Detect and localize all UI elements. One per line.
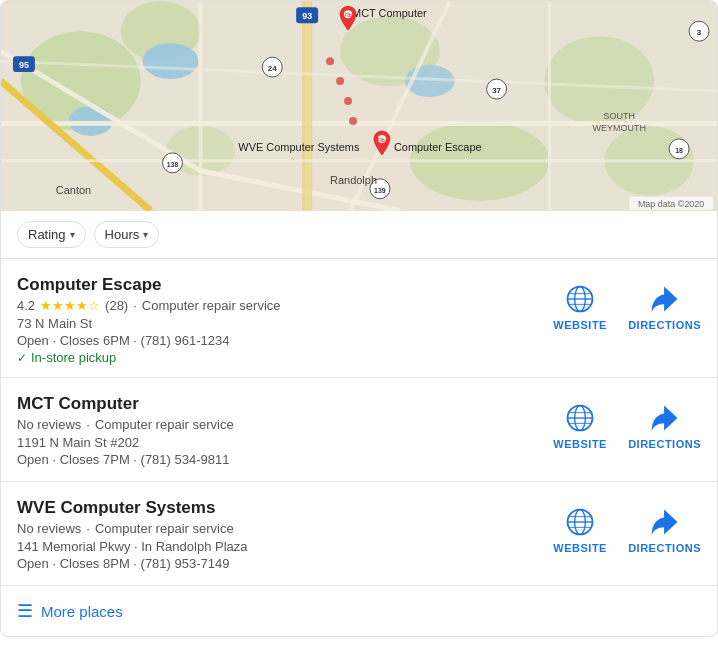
svg-text:37: 37 (492, 86, 501, 95)
listing-badge-label-0: In-store pickup (31, 350, 116, 365)
svg-point-8 (143, 43, 199, 79)
hours-filter-button[interactable]: Hours ▾ (94, 221, 160, 248)
listing-name-1: MCT Computer (17, 394, 548, 414)
listing-name-0: Computer Escape (17, 275, 548, 295)
svg-rect-16 (302, 1, 312, 210)
website-button-2[interactable]: WEBSITE (548, 506, 612, 554)
listing-rating-row-1: No reviews · Computer repair service (17, 417, 548, 432)
rating-filter-label: Rating (28, 227, 66, 242)
listing-address-2: 141 Memorial Pkwy · In Randolph Plaza (17, 539, 548, 554)
more-places-section[interactable]: ☰ More places (1, 586, 717, 636)
svg-text:3: 3 (697, 28, 702, 37)
svg-text:139: 139 (374, 187, 386, 194)
listing-hours-0: Open · Closes 6PM · (781) 961-1234 (17, 333, 548, 348)
website-label-1: WEBSITE (553, 438, 607, 450)
listing-actions-0: WEBSITE DIRECTIONS (548, 275, 701, 331)
svg-text:24: 24 (268, 64, 277, 73)
svg-text:Map data ©2020: Map data ©2020 (638, 199, 704, 209)
website-button-0[interactable]: WEBSITE (548, 283, 612, 331)
svg-text:138: 138 (167, 161, 179, 168)
website-label-2: WEBSITE (553, 542, 607, 554)
listing-badge-0: ✓ In-store pickup (17, 350, 548, 365)
listing-hours-1: Open · Closes 7PM · (781) 534-9811 (17, 452, 548, 467)
listing-stars-0: ★★★★☆ (40, 298, 100, 313)
svg-text:Computer Escape: Computer Escape (394, 141, 482, 153)
listing-item-0: Computer Escape 4.2 ★★★★☆ (28) · Compute… (1, 259, 717, 378)
svg-text:🛍: 🛍 (345, 11, 352, 18)
svg-text:18: 18 (675, 147, 683, 154)
directions-button-1[interactable]: DIRECTIONS (628, 402, 701, 450)
svg-text:WEYMOUTH: WEYMOUTH (593, 123, 646, 133)
listing-separator-2: · (86, 521, 90, 536)
svg-text:WVE Computer Systems: WVE Computer Systems (238, 141, 360, 153)
listing-review-count-0: (28) (105, 298, 128, 313)
list-icon: ☰ (17, 600, 33, 622)
svg-text:🛍: 🛍 (378, 136, 385, 143)
svg-text:MCT Computer: MCT Computer (352, 7, 427, 19)
website-button-1[interactable]: WEBSITE (548, 402, 612, 450)
directions-button-2[interactable]: DIRECTIONS (628, 506, 701, 554)
listing-info-1: MCT Computer No reviews · Computer repai… (17, 394, 548, 469)
main-container: 95 93 24 37 138 139 18 3 Canton R (0, 0, 718, 637)
svg-text:Randolph: Randolph (330, 174, 377, 186)
svg-point-46 (336, 77, 344, 85)
checkmark-icon-0: ✓ (17, 351, 27, 365)
svg-point-47 (344, 97, 352, 105)
listing-address-1: 1191 N Main St #202 (17, 435, 548, 450)
listing-rating-row-2: No reviews · Computer repair service (17, 521, 548, 536)
listing-no-reviews-1: No reviews (17, 417, 81, 432)
listing-address-0: 73 N Main St (17, 316, 548, 331)
listing-category-0: Computer repair service (142, 298, 281, 313)
directions-label-2: DIRECTIONS (628, 542, 701, 554)
listing-category-1: Computer repair service (95, 417, 234, 432)
hours-chevron-icon: ▾ (143, 229, 148, 240)
listing-rating-0: 4.2 (17, 298, 35, 313)
listing-category-2: Computer repair service (95, 521, 234, 536)
svg-point-48 (349, 117, 357, 125)
listing-info-0: Computer Escape 4.2 ★★★★☆ (28) · Compute… (17, 275, 548, 365)
svg-text:95: 95 (19, 60, 29, 70)
listing-no-reviews-2: No reviews (17, 521, 81, 536)
directions-button-0[interactable]: DIRECTIONS (628, 283, 701, 331)
filters-bar: Rating ▾ Hours ▾ (1, 211, 717, 259)
listing-hours-2: Open · Closes 8PM · (781) 953-7149 (17, 556, 548, 571)
svg-text:93: 93 (302, 11, 312, 21)
listing-info-2: WVE Computer Systems No reviews · Comput… (17, 498, 548, 573)
hours-filter-label: Hours (105, 227, 140, 242)
more-places-label: More places (41, 603, 123, 620)
listing-name-2: WVE Computer Systems (17, 498, 548, 518)
directions-label-1: DIRECTIONS (628, 438, 701, 450)
listing-item-2: WVE Computer Systems No reviews · Comput… (1, 482, 717, 586)
svg-text:SOUTH: SOUTH (604, 111, 635, 121)
listing-actions-1: WEBSITE DIRECTIONS (548, 394, 701, 450)
listing-rating-row-0: 4.2 ★★★★☆ (28) · Computer repair service (17, 298, 548, 313)
rating-chevron-icon: ▾ (70, 229, 75, 240)
listing-actions-2: WEBSITE DIRECTIONS (548, 498, 701, 554)
rating-filter-button[interactable]: Rating ▾ (17, 221, 86, 248)
map-section: 95 93 24 37 138 139 18 3 Canton R (1, 1, 717, 211)
listing-separator-0: · (133, 298, 137, 313)
listing-item-1: MCT Computer No reviews · Computer repai… (1, 378, 717, 482)
website-label-0: WEBSITE (553, 319, 607, 331)
directions-label-0: DIRECTIONS (628, 319, 701, 331)
listing-separator-1: · (86, 417, 90, 432)
svg-point-45 (326, 57, 334, 65)
svg-point-4 (544, 36, 654, 126)
svg-text:Canton: Canton (56, 184, 91, 196)
